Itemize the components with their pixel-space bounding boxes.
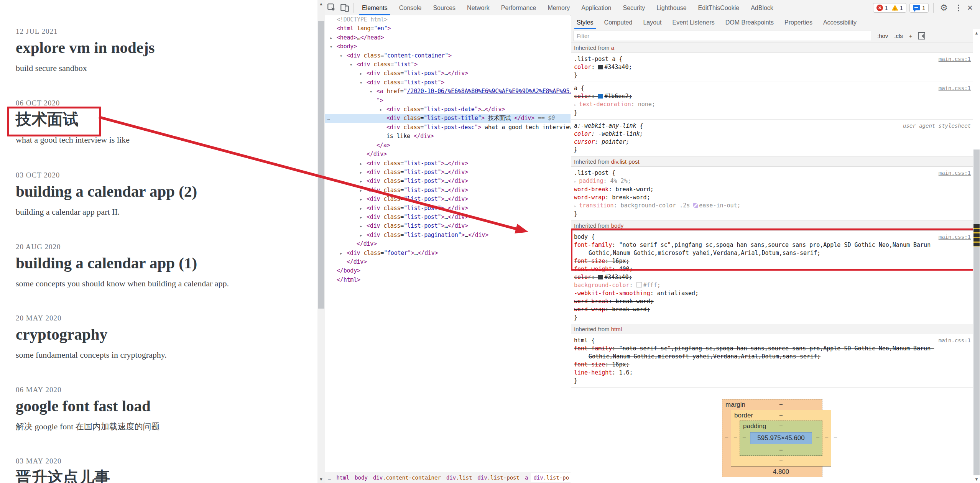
expander-right-icon[interactable]: ▸ xyxy=(380,105,382,114)
blog-scrollbar-thumb[interactable] xyxy=(318,21,324,309)
sidebar-tab-properties[interactable]: Properties xyxy=(779,16,818,29)
tree-node[interactable]: ▾<div class="list"> xyxy=(325,60,571,69)
css-property[interactable]: ▸ transition: background-color .2s ease-… xyxy=(571,202,969,210)
css-property[interactable]: font-size: 16px; xyxy=(571,257,969,265)
sidebar-tab-event-listeners[interactable]: Event Listeners xyxy=(667,16,720,29)
post-title[interactable]: explore vm in nodejs xyxy=(16,38,303,58)
breadcrumb-item[interactable]: div.content-container xyxy=(370,473,444,482)
tree-node[interactable]: ▸<div class="list-post">…</div> xyxy=(325,195,571,204)
devtools-tab-sources[interactable]: Sources xyxy=(427,0,461,15)
post-title[interactable]: 技术面试 xyxy=(16,109,303,129)
expander-down-icon[interactable]: ▾ xyxy=(330,43,332,51)
node-link[interactable]: html xyxy=(611,326,622,332)
rule-selector[interactable]: a { xyxy=(574,84,969,92)
dock-sidebar-icon[interactable] xyxy=(918,32,925,39)
css-property[interactable]: ▸ padding: 4% 2%; xyxy=(571,177,969,186)
tree-node[interactable]: </html> xyxy=(325,276,571,284)
styles-filter-input[interactable] xyxy=(574,31,871,41)
post-title[interactable]: building a calendar app (2) xyxy=(16,181,303,201)
css-property[interactable]: color: -webkit-link; xyxy=(571,130,969,138)
tree-node[interactable]: </body> xyxy=(325,266,571,275)
css-property[interactable]: color: #1b6ec2; xyxy=(571,92,969,100)
devtools-tab-performance[interactable]: Performance xyxy=(495,0,542,15)
device-toolbar-icon[interactable] xyxy=(338,2,351,13)
css-property[interactable]: font-family: "noto serif sc",pingfang sc… xyxy=(571,345,969,361)
console-issues-badge[interactable]: ✕ 1 1 xyxy=(873,3,906,13)
devtools-tab-console[interactable]: Console xyxy=(393,0,428,15)
css-property[interactable]: color: #343a40; xyxy=(571,273,969,281)
expander-right-icon[interactable]: ▸ xyxy=(360,177,362,186)
stylesheet-source-link[interactable]: user agent stylesheet xyxy=(903,122,971,130)
breadcrumb-item[interactable]: div.list xyxy=(444,473,475,482)
more-options-icon[interactable]: ⋮ xyxy=(955,3,962,12)
blog-scrollbar[interactable]: ▲ ▼ xyxy=(317,0,325,483)
tree-node[interactable]: ▾<div class="list-post"> xyxy=(325,78,571,87)
devtools-tab-memory[interactable]: Memory xyxy=(542,0,576,15)
css-property[interactable]: font-weight: 400; xyxy=(571,265,969,273)
expander-right-icon[interactable]: ▸ xyxy=(360,231,362,240)
tree-node[interactable]: ▸<div class="list-pagination">…</div> xyxy=(325,231,571,240)
blog-post[interactable]: 20 AUG 2020building a calendar app (1)so… xyxy=(16,242,303,289)
tree-node[interactable]: ▸<div class="list-post-date">…</div> xyxy=(325,105,571,114)
css-property[interactable]: font-size: 16px; xyxy=(571,361,969,369)
css-property[interactable]: -webkit-font-smoothing: antialiased; xyxy=(571,289,969,297)
scroll-down-icon[interactable]: ▼ xyxy=(317,476,325,482)
scroll-up-icon[interactable]: ▲ xyxy=(317,1,325,7)
tree-node[interactable]: </a> xyxy=(325,141,571,150)
node-link[interactable]: div xyxy=(611,158,618,165)
post-title[interactable]: building a calendar app (1) xyxy=(16,253,303,273)
close-devtools-icon[interactable]: ✕ xyxy=(967,3,973,12)
tree-node[interactable]: </div> xyxy=(325,150,571,159)
css-property[interactable]: font-family: "noto serif sc",pingfang sc… xyxy=(571,241,969,257)
css-rule-list-post[interactable]: main.css:1.list-post {▸ padding: 4% 2%;w… xyxy=(571,167,973,221)
messages-badge[interactable]: 1 xyxy=(909,3,929,13)
toggle-hov[interactable]: :hov xyxy=(877,33,888,39)
sidebar-tab-layout[interactable]: Layout xyxy=(638,16,667,29)
expander-right-icon[interactable]: ▸ xyxy=(360,195,362,204)
breadcrumb-item[interactable]: … xyxy=(325,473,334,482)
tree-node[interactable]: is like </div> xyxy=(325,132,571,141)
tree-node[interactable]: ▾<body> xyxy=(325,42,571,51)
breadcrumb-item[interactable]: html xyxy=(334,473,352,482)
node-link[interactable]: .list-post xyxy=(618,158,640,165)
expander-down-icon[interactable]: ▾ xyxy=(360,79,362,87)
expander-down-icon[interactable]: ▾ xyxy=(370,87,372,96)
css-rule-a-webkit-any-link[interactable]: user agent stylesheeta:-webkit-any-link … xyxy=(571,120,973,157)
rule-selector[interactable]: .list-post a { xyxy=(574,55,969,63)
css-property[interactable]: word-wrap: break-word; xyxy=(571,194,969,202)
expander-down-icon[interactable]: ▾ xyxy=(340,52,342,61)
tree-node[interactable]: ▸<head>…</head> xyxy=(325,33,571,42)
rule-selector[interactable]: html { xyxy=(574,337,969,345)
tree-node[interactable]: <html lang="en"> xyxy=(325,24,571,33)
devtools-tab-application[interactable]: Application xyxy=(576,0,617,15)
expander-right-icon[interactable]: ▸ xyxy=(360,204,362,213)
rule-selector[interactable]: body { xyxy=(574,233,969,241)
node-link[interactable]: body xyxy=(611,222,624,229)
post-title[interactable]: cryptography xyxy=(16,324,303,344)
css-property[interactable]: background-color: #fff; xyxy=(571,281,969,289)
tree-node[interactable]: ▸<div class="list-post">…</div> xyxy=(325,177,571,186)
tree-node[interactable]: ▸<div class="list-post">…</div> xyxy=(325,69,571,78)
tree-node-selected[interactable]: …<div class="list-post-title"> 技术面试 </di… xyxy=(325,114,571,123)
breadcrumb-item[interactable]: body xyxy=(352,473,370,482)
devtools-tab-security[interactable]: Security xyxy=(617,0,651,15)
blog-post[interactable]: 06 MAY 2020google font fast load解决 googl… xyxy=(16,385,303,432)
devtools-tab-adblock[interactable]: AdBlock xyxy=(745,0,779,15)
devtools-tab-network[interactable]: Network xyxy=(461,0,495,15)
tree-node[interactable]: ▸<div class="list-post">…</div> xyxy=(325,168,571,177)
stylesheet-source-link[interactable]: main.css:1 xyxy=(939,55,971,63)
breadcrumb-item[interactable]: a xyxy=(522,473,531,482)
stylesheet-source-link[interactable]: main.css:1 xyxy=(939,337,971,345)
devtools-tab-editthiscookie[interactable]: EditThisCookie xyxy=(692,0,745,15)
css-property[interactable]: word-wrap: break-word; xyxy=(571,306,969,314)
tree-node[interactable]: ▾<a href="/2020-10-06/%E6%8A%80%E6%9C%AF… xyxy=(325,87,571,96)
tree-node[interactable]: "> xyxy=(325,96,571,105)
tree-node[interactable]: <!DOCTYPE html> xyxy=(325,15,571,24)
expander-right-icon[interactable]: ▸ xyxy=(360,159,362,168)
expander-right-icon[interactable]: ▸ xyxy=(360,213,362,222)
styles-scrollbar-thumb[interactable] xyxy=(973,150,980,475)
blog-post[interactable]: 03 OCT 2020building a calendar app (2)bu… xyxy=(16,171,303,218)
stylesheet-source-link[interactable]: main.css:1 xyxy=(939,233,971,241)
toggle-cls[interactable]: .cls xyxy=(894,33,903,39)
inspect-element-icon[interactable] xyxy=(325,2,338,13)
